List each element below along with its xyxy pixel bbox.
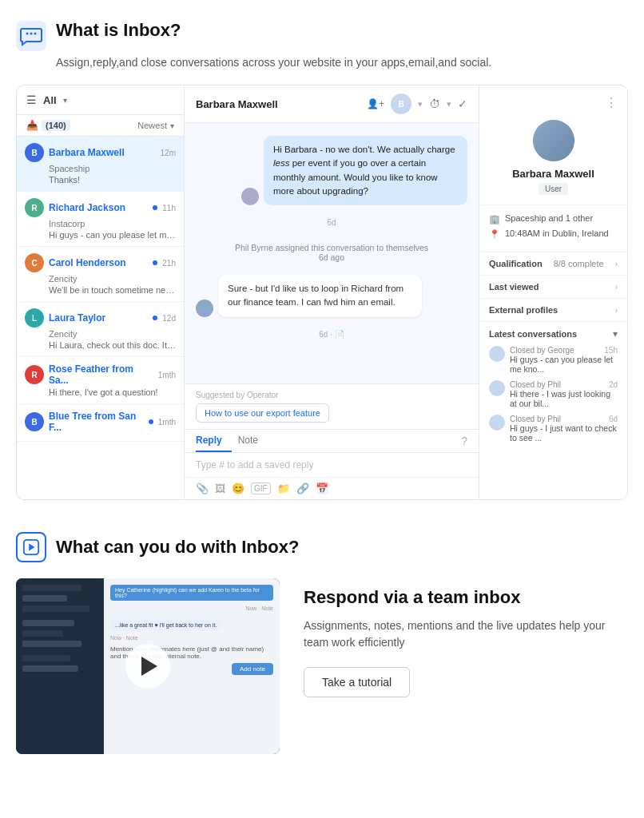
conv-status: Closed by Phil 2d: [510, 380, 618, 389]
inbox-count: (140): [42, 120, 70, 131]
message-time: 6d: [196, 218, 467, 227]
conv-item[interactable]: R Richard Jackson 11h Instacorp Hi guys …: [17, 192, 184, 247]
conv-time: 21h: [162, 259, 176, 268]
header-avatar: B: [391, 93, 411, 114]
section1-header: What is Inbox?: [16, 19, 628, 51]
play-triangle-icon: [141, 657, 157, 676]
conv-item[interactable]: R Rose Feather from Sa... 1mth Hi there,…: [17, 357, 184, 404]
conv-item[interactable]: L Laura Taylor 12d Zencity Hi Laura, che…: [17, 302, 184, 357]
suggested-label: Suggested by Operator: [196, 391, 467, 399]
menu-icon[interactable]: ☰: [26, 93, 37, 106]
section2-content-desc: Assignments, notes, mentions and the liv…: [304, 617, 628, 651]
chevron-right-icon2[interactable]: ›: [615, 283, 618, 292]
sort-chevron-icon[interactable]: ▾: [170, 121, 174, 130]
reply-tab[interactable]: Reply: [196, 430, 232, 452]
conv-avatar-small: [489, 415, 505, 431]
help-icon[interactable]: ?: [461, 430, 467, 452]
conv-preview: Hi there, I've got a question!: [49, 387, 176, 397]
dropdown-icon2[interactable]: ▾: [447, 99, 451, 109]
sort-label[interactable]: Newest: [137, 121, 167, 130]
inbox-badge-row: 📥 (140) Newest ▾: [17, 115, 184, 137]
latest-conversations-section: Latest conversations ▾ Closed by George …: [479, 322, 627, 455]
conv-company: Zencity: [49, 274, 176, 284]
conversation-middle-panel: Barbara Maxwell 👤+ B ▾ ⏱ ▾ ✓ Hi Barbara …: [185, 85, 479, 499]
reply-input[interactable]: Type # to add a saved reply: [185, 453, 479, 477]
more-options-icon[interactable]: ⋮: [605, 95, 618, 110]
conv-preview-text: Hi there - I was just looking at our bil…: [510, 389, 618, 408]
link-icon[interactable]: 🔗: [296, 482, 309, 494]
calendar-icon[interactable]: 📅: [316, 482, 328, 494]
filter-label[interactable]: All: [43, 94, 57, 106]
attachment-icon[interactable]: 📎: [196, 482, 209, 494]
chevron-right-icon[interactable]: ›: [615, 260, 618, 268]
message-row: Sure - but I'd like us to loop in Richar…: [196, 275, 467, 317]
conv-time: 11h: [162, 204, 176, 212]
conv-item[interactable]: C Carol Henderson 21h Zencity We'll be i…: [17, 247, 184, 302]
external-profiles-row[interactable]: External profiles ›: [489, 305, 618, 315]
suggested-operator-section: Suggested by Operator How to use our exp…: [185, 383, 479, 429]
conv-preview-text: Hi guys - I just want to check to see ..…: [510, 423, 618, 443]
latest-conv-item[interactable]: Closed by Phil 6d Hi guys - I just want …: [489, 415, 618, 443]
qualification-value: 8/8 complete: [554, 259, 604, 268]
conv-status: Closed by Phil 6d: [510, 415, 618, 423]
location-icon: 📍: [489, 229, 500, 240]
suggested-article-btn[interactable]: How to use our export feature: [196, 403, 329, 423]
conv-name: Richard Jackson: [49, 202, 148, 213]
section2-header: What can you do with Inbox?: [16, 532, 628, 562]
reply-tabs: Reply Note ?: [185, 430, 479, 453]
snooze-icon[interactable]: ⏱: [429, 97, 440, 110]
filter-chevron-icon[interactable]: ▾: [63, 96, 67, 105]
conversation-messages: Hi Barbara - no we don't. We actually ch…: [185, 123, 479, 383]
message-bubble: Hi Barbara - no we don't. We actually ch…: [264, 136, 467, 205]
user-details-panel: ⋮ Barbara Maxwell User 🏢 Spaceship and 1…: [479, 85, 627, 499]
location-info: 📍 10:48AM in Dublin, Ireland: [489, 228, 618, 240]
play-button[interactable]: [125, 644, 170, 689]
note-tab[interactable]: Note: [238, 430, 268, 452]
svg-point-3: [34, 33, 37, 35]
system-message: Phil Byrne assigned this conversation to…: [196, 240, 467, 265]
user-role-badge: User: [539, 183, 568, 195]
check-icon[interactable]: ✓: [458, 97, 467, 110]
conv-company: Zencity: [49, 329, 176, 339]
conv-name: Carol Henderson: [49, 257, 148, 268]
unread-dot: [153, 205, 157, 210]
unread-dot: [149, 419, 153, 424]
right-panel-header: ⋮: [479, 85, 627, 120]
message-time: 6d · 📄: [196, 330, 467, 339]
active-contact-name: Barbara Maxwell: [196, 98, 360, 110]
reply-area: Reply Note ? Type # to add a saved reply…: [185, 429, 479, 499]
file-icon[interactable]: 📁: [277, 482, 290, 494]
conv-item[interactable]: B Blue Tree from San F... 1mth: [17, 404, 184, 442]
conv-item[interactable]: B Barbara Maxwell 12m Spaceship Thanks!: [17, 137, 184, 192]
conv-text: Closed by Phil 6d Hi guys - I just want …: [510, 415, 618, 443]
inbox-tutorial-video[interactable]: Hey Catherine (highlight) can we add Kar…: [16, 578, 280, 754]
svg-point-2: [30, 33, 33, 35]
svg-point-1: [26, 33, 29, 35]
conv-status: Closed by George 15h: [510, 346, 618, 355]
external-profiles-label: External profiles: [489, 305, 558, 315]
latest-conv-item[interactable]: Closed by George 15h Hi guys - can you p…: [489, 346, 618, 374]
qualification-row[interactable]: Qualification 8/8 complete ›: [489, 259, 618, 268]
avatar: B: [25, 143, 44, 162]
latest-conv-label: Latest conversations: [489, 329, 577, 339]
collapse-icon[interactable]: ▾: [613, 328, 618, 340]
user-profile-section: Barbara Maxwell User: [479, 120, 627, 205]
external-profiles-section: External profiles ›: [479, 299, 627, 322]
latest-conv-header: Latest conversations ▾: [489, 328, 618, 340]
dropdown-icon[interactable]: ▾: [418, 99, 423, 109]
take-tutorial-button[interactable]: Take a tutorial: [304, 667, 410, 697]
bottom-section: Hey Catherine (highlight) can we add Kar…: [16, 578, 628, 754]
emoji-icon[interactable]: 😊: [232, 482, 244, 494]
avatar: L: [25, 308, 44, 328]
conv-company: Spaceship: [49, 164, 176, 173]
last-viewed-row[interactable]: Last viewed ›: [489, 282, 618, 292]
assign-icon[interactable]: 👤+: [367, 98, 384, 109]
conv-time: 6d: [609, 415, 618, 423]
conv-middle-header: Barbara Maxwell 👤+ B ▾ ⏱ ▾ ✓: [185, 85, 479, 123]
conv-avatar-small: [489, 380, 505, 396]
building-icon: 🏢: [489, 214, 500, 224]
chevron-right-icon3[interactable]: ›: [615, 306, 618, 315]
latest-conv-item[interactable]: Closed by Phil 2d Hi there - I was just …: [489, 380, 618, 408]
gif-icon[interactable]: GIF: [251, 482, 271, 494]
image-icon[interactable]: 🖼: [215, 482, 225, 494]
